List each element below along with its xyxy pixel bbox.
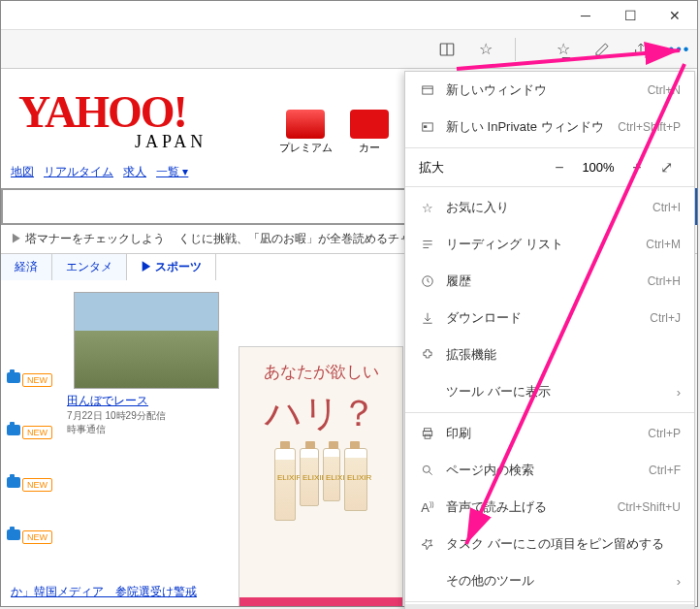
svg-point-17 bbox=[423, 465, 430, 472]
menu-more-tools-label: その他のツール bbox=[446, 572, 667, 590]
ad-headline: あなたが欲しい bbox=[247, 361, 395, 383]
svg-rect-16 bbox=[425, 434, 430, 438]
window-titlebar: ─ ☐ ✕ bbox=[1, 1, 697, 30]
ad-product-image: ELIXIR ELIXIR ELIXIR ELIXIR bbox=[247, 448, 395, 521]
print-icon bbox=[419, 427, 436, 440]
camera-icon bbox=[7, 425, 20, 435]
card-label: カー bbox=[359, 142, 380, 153]
extensions-icon bbox=[419, 348, 436, 362]
reading-list-icon bbox=[419, 238, 436, 251]
yahoo-logo[interactable]: YAHOO! JAPAN bbox=[18, 86, 270, 152]
promo-strip: プレミアム カー bbox=[278, 110, 397, 155]
svg-rect-4 bbox=[423, 86, 433, 94]
ticker-item-2[interactable]: くじに挑戦、「凪のお暇」が全巻読めるチャンス bbox=[178, 231, 434, 247]
reading-view-icon[interactable] bbox=[437, 40, 457, 59]
menu-settings[interactable]: 設定 bbox=[405, 604, 694, 609]
ad-big-text: ハリ？ bbox=[247, 389, 395, 438]
yahoo-logo-text: YAHOO! bbox=[18, 86, 270, 138]
pin-icon bbox=[419, 537, 436, 551]
read-aloud-icon: A)) bbox=[419, 500, 436, 515]
history-icon bbox=[419, 274, 436, 288]
new-badge: NEW bbox=[22, 426, 52, 439]
news-thumbnail[interactable] bbox=[74, 292, 219, 389]
tab-sports[interactable]: スポーツ bbox=[127, 254, 216, 280]
tab-economy[interactable]: 経済 bbox=[1, 254, 52, 280]
menu-more-tools[interactable]: その他のツール › bbox=[405, 562, 694, 599]
premium-link[interactable]: プレミアム bbox=[278, 110, 333, 155]
nav-realtime[interactable]: リアルタイム bbox=[44, 164, 113, 180]
svg-line-21 bbox=[466, 64, 684, 544]
download-icon bbox=[419, 311, 436, 325]
news-source: 時事通信 bbox=[67, 423, 226, 436]
nav-list[interactable]: 一覧 ▾ bbox=[156, 164, 188, 180]
ticker-item-1[interactable]: 塔マナーをチェックしよう bbox=[11, 231, 165, 247]
star-icon: ☆ bbox=[419, 201, 436, 215]
tab-entertainment[interactable]: エンタメ bbox=[52, 254, 127, 280]
premium-icon bbox=[286, 110, 325, 139]
maximize-button[interactable]: ☐ bbox=[608, 1, 652, 30]
news-timestamp: 7月22日 10時29分配信 bbox=[67, 409, 226, 423]
camera-icon bbox=[7, 529, 20, 540]
new-badge: NEW bbox=[22, 478, 52, 492]
inprivate-icon bbox=[419, 120, 436, 134]
nav-map[interactable]: 地図 bbox=[11, 164, 34, 180]
card-link[interactable]: カー bbox=[342, 110, 397, 155]
svg-rect-7 bbox=[425, 126, 427, 128]
chevron-right-icon: › bbox=[677, 574, 681, 589]
new-window-icon bbox=[419, 83, 436, 97]
nav-jobs[interactable]: 求人 bbox=[123, 164, 146, 180]
minimize-button[interactable]: ─ bbox=[563, 1, 608, 30]
premium-label: プレミアム bbox=[279, 142, 333, 153]
close-button[interactable]: ✕ bbox=[652, 1, 697, 30]
search-icon bbox=[419, 464, 436, 477]
svg-line-18 bbox=[429, 471, 431, 474]
svg-rect-14 bbox=[425, 429, 431, 432]
camera-icon bbox=[7, 477, 20, 488]
card-icon bbox=[350, 110, 389, 139]
new-badge: NEW bbox=[22, 530, 52, 544]
bottom-news-link[interactable]: か」韓国メディア 参院選受け警戒 bbox=[11, 584, 197, 600]
camera-icon bbox=[7, 372, 20, 383]
news-badges: NEW NEW NEW NEW bbox=[7, 369, 52, 544]
ad-banner[interactable]: あなたが欲しい ハリ？ ELIXIR ELIXIR ELIXIR ELIXIR … bbox=[239, 346, 403, 606]
edge-browser-window: ─ ☐ ✕ ☆ ☆̲ ••• YAHOO! JAPAN プレミアム カー bbox=[0, 0, 698, 607]
news-title[interactable]: 田んぼでレース bbox=[67, 393, 226, 409]
yahoo-logo-subtext: JAPAN bbox=[135, 132, 270, 152]
ad-cta: たっぷり7日間分 トライアルセット bbox=[239, 597, 402, 606]
new-badge: NEW bbox=[22, 373, 52, 387]
annotation-arrow-2 bbox=[447, 59, 699, 567]
